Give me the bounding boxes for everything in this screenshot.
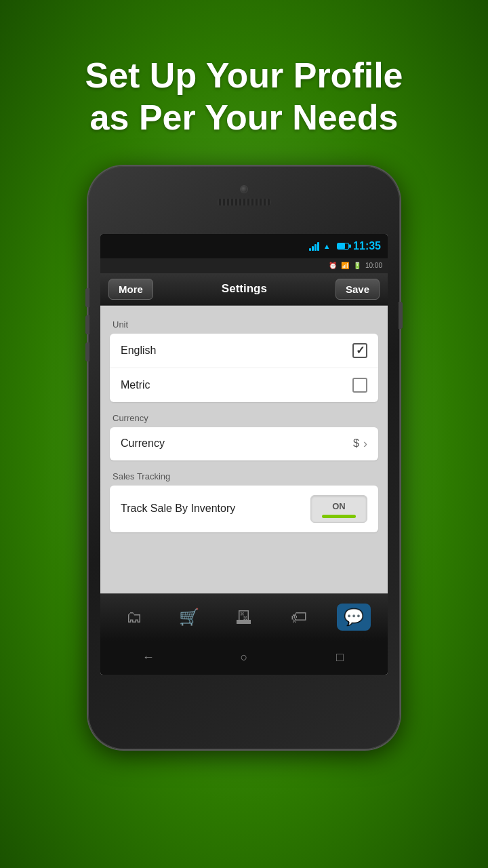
dollar-symbol: $ <box>353 437 359 450</box>
currency-arrow: $ › <box>353 437 367 451</box>
headline: Set Up Your Profile as Per Your Needs <box>58 54 430 139</box>
status-icons: ▲ <box>309 241 349 251</box>
system-nav-bar: ← ○ □ <box>100 641 388 675</box>
nav-item-chat[interactable]: 💬 <box>333 600 374 634</box>
camera-dot <box>240 185 248 193</box>
checkmark-icon: ✓ <box>356 344 365 357</box>
english-label: English <box>121 344 156 357</box>
currency-section: Currency Currency $ › <box>110 413 378 460</box>
tags-icon: 🏷 <box>291 608 307 627</box>
volume-down-button <box>85 315 89 334</box>
track-sale-toggle[interactable]: ON <box>310 495 367 523</box>
currency-card: Currency $ › <box>110 427 378 460</box>
sales-tracking-card: Track Sale By Inventory ON <box>110 486 378 532</box>
speaker-grille <box>217 199 271 205</box>
battery-icon <box>337 243 349 250</box>
settings-content: Unit English ✓ Metric Currency <box>100 306 388 593</box>
track-sale-row: Track Sale By Inventory ON <box>110 486 378 532</box>
secondary-status-bar: ⏰ 📶 🔋 10:00 <box>100 258 388 273</box>
toggle-state-text: ON <box>332 501 346 511</box>
unit-section: Unit English ✓ Metric <box>110 319 378 402</box>
nav-item-tags[interactable]: 🏷 <box>279 600 319 634</box>
bottom-nav-bar: 🗂 🛒 🗳 🏷 💬 <box>100 593 388 641</box>
metric-label: Metric <box>121 379 150 391</box>
secondary-time: 10:00 <box>365 262 382 269</box>
wifi-icon: ▲ <box>322 243 331 250</box>
power-button <box>399 302 403 329</box>
sales-tracking-section: Sales Tracking Track Sale By Inventory O… <box>110 471 378 532</box>
phone: ▲ 11:35 ⏰ 📶 🔋 10:00 More Settings Save <box>88 166 400 749</box>
nav-item-cart[interactable]: 🛒 <box>169 600 209 634</box>
nav-item-inventory[interactable]: 🗳 <box>224 600 264 634</box>
currency-value-label: Currency <box>121 437 165 450</box>
chevron-right-icon: › <box>363 437 367 451</box>
unit-card: English ✓ Metric <box>110 334 378 402</box>
recent-button[interactable]: □ <box>327 650 352 666</box>
silent-button <box>85 342 89 361</box>
phone-top <box>217 185 271 205</box>
phone-screen: ▲ 11:35 ⏰ 📶 🔋 10:00 More Settings Save <box>100 234 388 675</box>
english-row[interactable]: English ✓ <box>110 334 378 368</box>
toggle-indicator <box>322 515 356 518</box>
inventory-icon: 🗳 <box>236 608 252 627</box>
headline-line1: Set Up Your Profile <box>85 56 403 95</box>
english-checkbox[interactable]: ✓ <box>352 343 367 358</box>
home-button[interactable]: ○ <box>232 650 256 666</box>
screen-title: Settings <box>222 282 267 296</box>
track-sale-label: Track Sale By Inventory <box>121 502 235 515</box>
currency-section-label: Currency <box>113 413 378 423</box>
unit-section-label: Unit <box>113 319 378 330</box>
secondary-battery-icon: 🔋 <box>353 262 361 269</box>
chat-icon: 💬 <box>337 604 371 631</box>
signal-icon <box>309 241 319 251</box>
more-button[interactable]: More <box>108 279 153 300</box>
alarm-icon: ⏰ <box>329 262 337 269</box>
volume-up-button <box>85 288 89 307</box>
wifi-status-icon: 📶 <box>341 262 349 269</box>
currency-row[interactable]: Currency $ › <box>110 427 378 460</box>
back-button[interactable]: ← <box>136 650 161 666</box>
status-bar: ▲ 11:35 <box>100 234 388 258</box>
cart-icon: 🛒 <box>179 608 199 627</box>
status-time: 11:35 <box>353 240 381 252</box>
app-nav-bar: More Settings Save <box>100 273 388 306</box>
nav-item-files[interactable]: 🗂 <box>114 600 155 634</box>
files-icon: 🗂 <box>126 608 142 627</box>
sales-tracking-label: Sales Tracking <box>113 471 378 481</box>
metric-row[interactable]: Metric <box>110 368 378 402</box>
metric-checkbox[interactable] <box>352 378 367 393</box>
headline-line2: as Per Your Needs <box>90 98 399 137</box>
save-button[interactable]: Save <box>336 279 380 300</box>
